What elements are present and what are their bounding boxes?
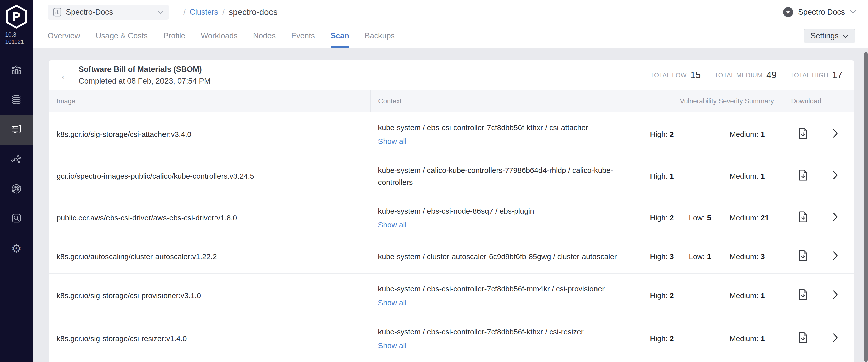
tab-scan[interactable]: Scan bbox=[331, 24, 349, 48]
settings-button[interactable]: Settings bbox=[804, 29, 856, 43]
chevron-right-icon bbox=[833, 129, 838, 140]
chevron-right-icon bbox=[833, 251, 838, 262]
row-expand-chevron[interactable] bbox=[833, 170, 854, 182]
chevron-right-icon bbox=[833, 333, 838, 344]
chevron-right-icon bbox=[833, 212, 838, 223]
severity-medium: Medium:1 bbox=[730, 334, 798, 343]
context-cell: kube-system / ebs-csi-controller-7cf8dbb… bbox=[370, 283, 650, 308]
main-area: Spectro-Docs / Clusters / spectro-docs ★… bbox=[33, 0, 868, 362]
download-sbom-button[interactable] bbox=[798, 169, 833, 183]
show-all-link[interactable]: Show all bbox=[378, 219, 406, 231]
settings-button-label: Settings bbox=[810, 31, 839, 40]
row-expand-chevron[interactable] bbox=[833, 333, 854, 344]
severity-high: High:2 bbox=[650, 130, 689, 139]
user-menu[interactable]: ★ Spectro Docs bbox=[783, 7, 857, 17]
project-selector[interactable]: Spectro-Docs bbox=[48, 4, 169, 20]
context-text: kube-system / ebs-csi-controller-7cf8dbb… bbox=[378, 283, 638, 295]
chevron-down-icon bbox=[157, 10, 164, 14]
sidebar-item-clusters[interactable] bbox=[0, 115, 33, 144]
show-all-link[interactable]: Show all bbox=[378, 135, 406, 147]
tab-nodes[interactable]: Nodes bbox=[253, 24, 276, 48]
row-expand-chevron[interactable] bbox=[833, 251, 854, 262]
sidebar: P 10.3- 101121 bbox=[0, 0, 33, 362]
download-sbom-button[interactable] bbox=[798, 249, 833, 264]
severity-high: High:2 bbox=[650, 213, 689, 222]
topbar: Spectro-Docs / Clusters / spectro-docs ★… bbox=[33, 0, 868, 24]
download-sbom-button[interactable] bbox=[798, 210, 833, 225]
chevron-down-icon bbox=[850, 9, 857, 14]
image-cell: public.ecr.aws/ebs-csi-driver/aws-ebs-cs… bbox=[49, 213, 370, 222]
audit-search-icon bbox=[10, 212, 22, 225]
orbit-icon bbox=[10, 183, 22, 195]
download-sbom-button[interactable] bbox=[798, 331, 833, 346]
row-expand-chevron[interactable] bbox=[833, 129, 854, 140]
image-cell: k8s.gcr.io/sig-storage/csi-provisioner:v… bbox=[49, 292, 370, 300]
severity-medium: Medium:1 bbox=[730, 130, 798, 139]
breadcrumb-clusters-link[interactable]: Clusters bbox=[190, 7, 218, 17]
context-cell: kube-system / ebs-csi-controller-7cf8dbb… bbox=[370, 122, 650, 147]
sidebar-item-metrics[interactable] bbox=[0, 56, 33, 85]
file-download-icon bbox=[798, 210, 808, 225]
total-high-value: 17 bbox=[832, 70, 842, 80]
sbom-titles: Software Bill of Materials (SBOM) Comple… bbox=[79, 63, 211, 87]
chevron-right-icon bbox=[833, 170, 838, 182]
tab-backups[interactable]: Backups bbox=[365, 24, 395, 48]
total-low-value: 15 bbox=[690, 70, 701, 80]
gear-icon: ⚙ bbox=[11, 242, 21, 254]
column-header-download: Download bbox=[783, 90, 854, 112]
svg-text:P: P bbox=[12, 10, 20, 23]
page-title: Software Bill of Materials (SBOM) bbox=[79, 63, 211, 75]
severity-high: High:2 bbox=[650, 292, 689, 300]
sidebar-item-groups[interactable] bbox=[0, 174, 33, 204]
sidebar-item-profiles[interactable] bbox=[0, 85, 33, 115]
image-cell: k8s.gcr.io/sig-storage/csi-resizer:v1.4.… bbox=[49, 334, 370, 343]
image-cell: k8s.gcr.io/autoscaling/cluster-autoscale… bbox=[49, 252, 370, 261]
severity-medium: Medium:3 bbox=[730, 252, 798, 261]
tab-overview[interactable]: Overview bbox=[48, 24, 80, 48]
context-text: kube-system / calico-kube-controllers-77… bbox=[378, 164, 638, 188]
download-sbom-button[interactable] bbox=[798, 127, 833, 141]
table-row: k8s.gcr.io/sig-storage/csi-attacher:v3.4… bbox=[49, 112, 854, 156]
table-row: k8s.gcr.io/sig-storage/csi-resizer:v1.4.… bbox=[49, 318, 854, 360]
sidebar-nav: ⚙ bbox=[0, 56, 33, 263]
row-expand-chevron[interactable] bbox=[833, 290, 854, 301]
file-download-icon bbox=[798, 289, 808, 303]
total-medium-value: 49 bbox=[766, 70, 777, 80]
severity-medium: Medium:1 bbox=[730, 172, 798, 180]
sidebar-item-audit[interactable] bbox=[0, 204, 33, 233]
tab-workloads[interactable]: Workloads bbox=[201, 24, 238, 48]
image-cell: k8s.gcr.io/sig-storage/csi-attacher:v3.4… bbox=[49, 130, 370, 139]
file-download-icon bbox=[798, 127, 808, 141]
sbom-header: ← Software Bill of Materials (SBOM) Comp… bbox=[49, 60, 854, 90]
total-low: TOTAL LOW 15 bbox=[650, 70, 701, 80]
tab-usage-costs[interactable]: Usage & Costs bbox=[96, 24, 148, 48]
tab-profile[interactable]: Profile bbox=[163, 24, 185, 48]
severity-low: Low:1 bbox=[689, 252, 730, 261]
user-name: Spectro Docs bbox=[798, 7, 845, 17]
version-label: 10.3- 101121 bbox=[0, 31, 33, 46]
severity-medium: Medium:21 bbox=[730, 213, 798, 222]
vertical-scrollbar-thumb[interactable] bbox=[864, 52, 868, 362]
sbom-table: k8s.gcr.io/sig-storage/csi-attacher:v3.4… bbox=[49, 112, 854, 360]
total-medium: TOTAL MEDIUM 49 bbox=[714, 70, 777, 80]
file-download-icon bbox=[798, 169, 808, 183]
show-all-link[interactable]: Show all bbox=[378, 340, 406, 352]
image-cell: gcr.io/spectro-images-public/calico/kube… bbox=[49, 172, 370, 180]
row-expand-chevron[interactable] bbox=[833, 212, 854, 223]
show-all-link[interactable]: Show all bbox=[378, 297, 406, 308]
total-low-label: TOTAL LOW bbox=[650, 71, 687, 79]
download-sbom-button[interactable] bbox=[798, 289, 833, 303]
context-text: kube-system / cluster-autoscaler-6c9d9bf… bbox=[378, 251, 638, 262]
back-arrow-icon[interactable]: ← bbox=[60, 69, 71, 81]
clusters-icon bbox=[10, 124, 22, 136]
sidebar-item-settings[interactable]: ⚙ bbox=[0, 233, 33, 263]
severity-medium: Medium:1 bbox=[730, 292, 798, 300]
context-text: kube-system / ebs-csi-node-86sq7 / ebs-p… bbox=[378, 205, 638, 217]
context-cell: kube-system / cluster-autoscaler-6c9d9bf… bbox=[370, 251, 650, 262]
sidebar-item-workspaces[interactable] bbox=[0, 144, 33, 174]
sbom-card: ← Software Bill of Materials (SBOM) Comp… bbox=[49, 60, 854, 362]
severity-totals: TOTAL LOW 15 TOTAL MEDIUM 49 TOTAL HIGH … bbox=[650, 70, 842, 80]
tab-events[interactable]: Events bbox=[291, 24, 315, 48]
total-high: TOTAL HIGH 17 bbox=[790, 70, 842, 80]
metrics-icon bbox=[10, 64, 22, 77]
